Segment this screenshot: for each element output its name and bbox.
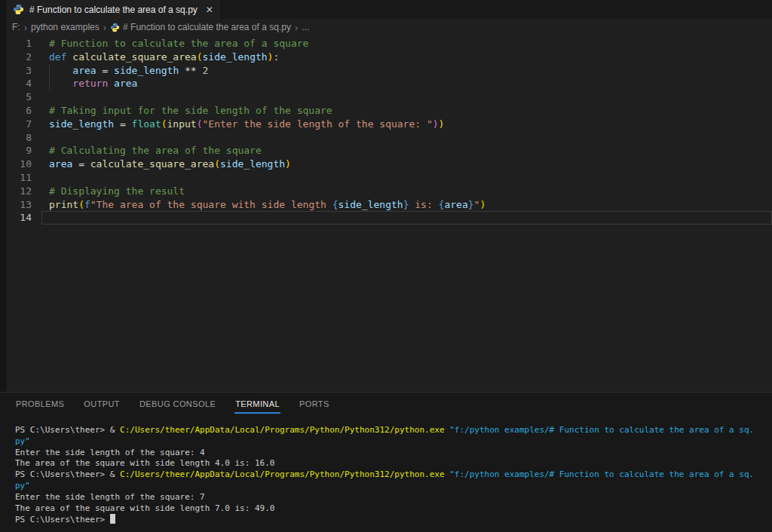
code-token: float [132,118,161,130]
code-token: # Function to calculate the area of a sq… [49,38,308,49]
code-token: return [72,78,108,89]
terminal-token: C:/Users/theer/AppData/Local/Programs/Py… [120,469,444,479]
code-token: ( [197,118,203,130]
code-text [32,90,49,104]
tab-label: # Function to calculate the area of a sq… [29,5,198,15]
code-line[interactable]: 9# Calculating the area of the square [7,144,772,157]
code-token: side_length [220,158,285,170]
code-text [32,131,49,145]
line-number: 14 [7,211,32,225]
code-line[interactable]: 5 [7,90,772,104]
code-token: "The area of the square with side length [90,199,332,210]
code-token: calculate_square_area [72,51,196,63]
code-line[interactable]: 14 [7,211,772,225]
code-token: { [332,199,339,210]
code-line[interactable]: 6# Taking input for the side length of t… [7,104,772,118]
python-icon [110,23,120,32]
terminal-token: py" [15,436,30,446]
code-token: calculate_square_area [90,158,214,170]
left-edge-strip [0,0,7,392]
code-text: return area [32,77,137,90]
code-line[interactable]: 2def calculate_square_area(side_length): [7,50,772,64]
chevron-right-icon: › [103,22,106,33]
code-token: side_length [49,118,114,130]
close-icon[interactable]: ✕ [206,5,213,14]
code-token: ** [179,65,202,76]
terminal-token: Enter the side length of the square: 4 [15,448,205,457]
terminal-line: PS C:\Users\theer> & C:/Users/theer/AppD… [15,425,772,436]
terminal-cursor [110,514,115,524]
line-number: 3 [7,64,32,78]
breadcrumb-item-label: python examples [31,22,100,32]
code-text: def calculate_square_area(side_length): [32,50,279,64]
code-line[interactable]: 13print(f"The area of the square with si… [7,198,772,212]
breadcrumb-item[interactable]: python examples [31,22,100,32]
terminal-token: PS C:\Users\theer> & [15,425,120,435]
code-token: area [444,199,467,210]
code-token: def [49,51,72,63]
line-number: 4 [7,77,32,90]
code-token [49,65,72,76]
panel-tab-bar: PROBLEMSOUTPUTDEBUG CONSOLETERMINALPORTS [0,393,772,415]
code-text: area = calculate_square_area(side_length… [32,157,291,171]
terminal-token: The area of the square with side length … [15,458,274,468]
code-token: } [468,199,474,210]
terminal-token: Enter the side length of the square: 7 [15,492,205,502]
panel-tab-debug-console[interactable]: DEBUG CONSOLE [139,394,216,414]
editor-tab-bar: # Function to calculate the area of a sq… [0,0,772,19]
vscode-window: # Function to calculate the area of a sq… [0,0,772,532]
code-text: # Calculating the area of the square [32,144,262,157]
code-token: # Taking input for the side length of th… [49,105,332,116]
code-token: "Enter the side length of the square: " [203,118,433,130]
panel-tab-ports[interactable]: PORTS [299,394,330,414]
code-token: # Calculating the area of the square [49,145,262,156]
chevron-right-icon: › [295,22,298,33]
breadcrumb-item[interactable]: # Function to calculate the area of a sq… [110,22,291,32]
code-token: ) [433,118,439,130]
terminal-line: The area of the square with side length … [15,458,772,469]
breadcrumb-item-label: F: [12,22,20,32]
code-token [108,78,114,89]
code-text [32,171,49,185]
code-text [32,211,49,225]
line-number: 1 [7,37,32,50]
code-token: input [167,118,197,130]
code-text: # Displaying the result [32,185,185,198]
terminal[interactable]: PS C:\Users\theer> & C:/Users/theer/AppD… [0,415,772,525]
terminal-token: PS C:\Users\theer> [15,515,110,524]
code-text: area = side_length ** 2 [32,64,208,78]
line-number: 6 [7,104,32,118]
code-line[interactable]: 3 area = side_length ** 2 [7,64,772,78]
code-line[interactable]: 1# Function to calculate the area of a s… [7,37,772,50]
code-line[interactable]: 12# Displaying the result [7,185,772,198]
code-line[interactable]: 7side_length = float(input("Enter the si… [7,118,772,131]
code-token: : [273,51,279,63]
terminal-token: "f:/python examples/# Function to calcul… [449,425,754,435]
panel-tab-problems[interactable]: PROBLEMS [15,394,65,414]
code-line[interactable]: 4 return area [7,77,772,90]
panel-tab-output[interactable]: OUTPUT [83,394,121,414]
tab-function-area-sq[interactable]: # Function to calculate the area of a sq… [7,0,220,19]
bottom-panel: PROBLEMSOUTPUTDEBUG CONSOLETERMINALPORTS… [0,392,772,532]
code-line[interactable]: 10area = calculate_square_area(side_leng… [7,157,772,171]
code-token: area [114,78,137,89]
line-number: 5 [7,90,32,104]
code-text: side_length = float(input("Enter the sid… [32,118,444,131]
code-line[interactable]: 11 [7,171,772,185]
terminal-line: The area of the square with side length … [15,503,772,515]
breadcrumb-item[interactable]: ... [302,22,309,32]
code-line[interactable]: 8 [7,131,772,145]
code-token: side_length [203,51,268,63]
panel-tab-terminal[interactable]: TERMINAL [234,394,280,414]
line-number: 7 [7,118,32,131]
breadcrumb-item[interactable]: F: [12,22,20,32]
terminal-token: "f:/python examples/# Function to calcul… [449,469,754,479]
code-text: # Function to calculate the area of a sq… [32,37,308,50]
terminal-token: PS C:\Users\theer> & [15,469,120,479]
code-token: 2 [203,65,209,76]
code-token: # Displaying the result [49,185,185,197]
code-editor[interactable]: 1# Function to calculate the area of a s… [7,35,772,392]
terminal-line: py" [15,436,772,448]
line-number: 10 [7,157,32,171]
line-number: 12 [7,185,32,198]
